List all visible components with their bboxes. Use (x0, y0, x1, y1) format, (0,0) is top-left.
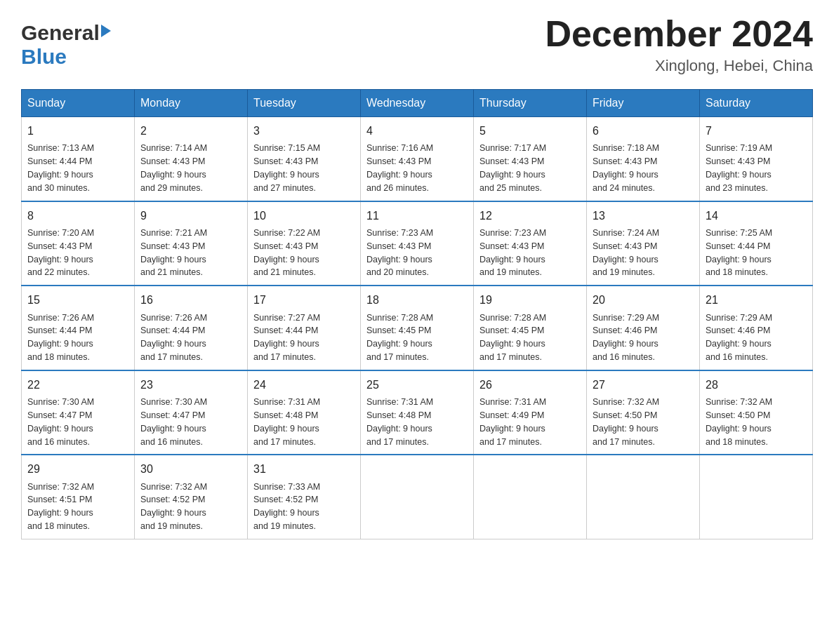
day-info: Sunrise: 7:21 AMSunset: 4:43 PMDaylight:… (140, 228, 207, 278)
calendar-week-row: 1 Sunrise: 7:13 AMSunset: 4:44 PMDayligh… (22, 117, 813, 201)
day-number: 28 (706, 377, 807, 393)
logo-general-text: General (21, 21, 100, 45)
calendar-day-cell: 26 Sunrise: 7:31 AMSunset: 4:49 PMDaylig… (474, 370, 587, 455)
day-info: Sunrise: 7:30 AMSunset: 4:47 PMDaylight:… (140, 397, 207, 447)
calendar-day-cell: 4 Sunrise: 7:16 AMSunset: 4:43 PMDayligh… (361, 117, 474, 201)
day-number: 6 (593, 123, 694, 139)
calendar-day-cell: 7 Sunrise: 7:19 AMSunset: 4:43 PMDayligh… (700, 117, 813, 201)
calendar-day-cell: 13 Sunrise: 7:24 AMSunset: 4:43 PMDaylig… (587, 201, 700, 286)
day-info: Sunrise: 7:30 AMSunset: 4:47 PMDaylight:… (27, 397, 94, 447)
day-info: Sunrise: 7:24 AMSunset: 4:43 PMDaylight:… (593, 228, 659, 278)
calendar-day-cell: 2 Sunrise: 7:14 AMSunset: 4:43 PMDayligh… (135, 117, 248, 201)
day-info: Sunrise: 7:31 AMSunset: 4:48 PMDaylight:… (253, 397, 320, 447)
day-info: Sunrise: 7:20 AMSunset: 4:43 PMDaylight:… (27, 228, 94, 278)
day-info: Sunrise: 7:14 AMSunset: 4:43 PMDaylight:… (140, 143, 207, 193)
calendar-day-cell: 8 Sunrise: 7:20 AMSunset: 4:43 PMDayligh… (22, 201, 135, 286)
day-info: Sunrise: 7:18 AMSunset: 4:43 PMDaylight:… (593, 143, 659, 193)
calendar-day-cell: 6 Sunrise: 7:18 AMSunset: 4:43 PMDayligh… (587, 117, 700, 201)
day-number: 18 (366, 292, 468, 308)
calendar-day-cell: 23 Sunrise: 7:30 AMSunset: 4:47 PMDaylig… (135, 370, 248, 455)
day-number: 15 (27, 292, 128, 308)
day-number: 1 (27, 123, 128, 139)
location-title: Xinglong, Hebei, China (545, 57, 813, 75)
calendar-day-cell: 9 Sunrise: 7:21 AMSunset: 4:43 PMDayligh… (135, 201, 248, 286)
page-header: General Blue December 2024 Xinglong, Heb… (21, 14, 813, 75)
calendar-day-cell (474, 455, 587, 539)
day-number: 8 (27, 208, 128, 224)
day-number: 30 (140, 461, 241, 477)
weekday-header-friday: Friday (587, 90, 700, 117)
day-number: 24 (253, 377, 355, 393)
calendar-day-cell: 18 Sunrise: 7:28 AMSunset: 4:45 PMDaylig… (361, 286, 474, 370)
day-number: 4 (366, 123, 468, 139)
day-info: Sunrise: 7:23 AMSunset: 4:43 PMDaylight:… (479, 228, 546, 278)
calendar-day-cell: 20 Sunrise: 7:29 AMSunset: 4:46 PMDaylig… (587, 286, 700, 370)
weekday-header-row: SundayMondayTuesdayWednesdayThursdayFrid… (22, 90, 813, 117)
calendar-day-cell (587, 455, 700, 539)
calendar-day-cell: 22 Sunrise: 7:30 AMSunset: 4:47 PMDaylig… (22, 370, 135, 455)
day-info: Sunrise: 7:32 AMSunset: 4:52 PMDaylight:… (140, 482, 207, 532)
day-number: 22 (27, 377, 128, 393)
day-number: 11 (366, 208, 468, 224)
calendar-day-cell: 24 Sunrise: 7:31 AMSunset: 4:48 PMDaylig… (248, 370, 361, 455)
day-info: Sunrise: 7:13 AMSunset: 4:44 PMDaylight:… (27, 143, 94, 193)
calendar-day-cell: 19 Sunrise: 7:28 AMSunset: 4:45 PMDaylig… (474, 286, 587, 370)
day-number: 20 (593, 292, 694, 308)
day-info: Sunrise: 7:27 AMSunset: 4:44 PMDaylight:… (253, 313, 320, 363)
day-info: Sunrise: 7:32 AMSunset: 4:50 PMDaylight:… (593, 397, 659, 447)
calendar-day-cell: 28 Sunrise: 7:32 AMSunset: 4:50 PMDaylig… (700, 370, 813, 455)
calendar-day-cell: 14 Sunrise: 7:25 AMSunset: 4:44 PMDaylig… (700, 201, 813, 286)
day-info: Sunrise: 7:29 AMSunset: 4:46 PMDaylight:… (593, 313, 659, 363)
day-number: 5 (479, 123, 581, 139)
weekday-header-monday: Monday (135, 90, 248, 117)
day-info: Sunrise: 7:23 AMSunset: 4:43 PMDaylight:… (366, 228, 433, 278)
day-number: 3 (253, 123, 355, 139)
day-info: Sunrise: 7:22 AMSunset: 4:43 PMDaylight:… (253, 228, 320, 278)
weekday-header-thursday: Thursday (474, 90, 587, 117)
weekday-header-tuesday: Tuesday (248, 90, 361, 117)
calendar-day-cell: 15 Sunrise: 7:26 AMSunset: 4:44 PMDaylig… (22, 286, 135, 370)
title-area: December 2024 Xinglong, Hebei, China (545, 14, 813, 75)
calendar-day-cell: 21 Sunrise: 7:29 AMSunset: 4:46 PMDaylig… (700, 286, 813, 370)
day-info: Sunrise: 7:19 AMSunset: 4:43 PMDaylight:… (706, 143, 772, 193)
day-number: 19 (479, 292, 581, 308)
month-title: December 2024 (545, 14, 813, 54)
day-info: Sunrise: 7:15 AMSunset: 4:43 PMDaylight:… (253, 143, 320, 193)
day-number: 26 (479, 377, 581, 393)
calendar-day-cell: 16 Sunrise: 7:26 AMSunset: 4:44 PMDaylig… (135, 286, 248, 370)
calendar-week-row: 22 Sunrise: 7:30 AMSunset: 4:47 PMDaylig… (22, 370, 813, 455)
day-info: Sunrise: 7:17 AMSunset: 4:43 PMDaylight:… (479, 143, 546, 193)
day-info: Sunrise: 7:33 AMSunset: 4:52 PMDaylight:… (253, 482, 320, 532)
calendar-day-cell: 17 Sunrise: 7:27 AMSunset: 4:44 PMDaylig… (248, 286, 361, 370)
calendar-day-cell: 25 Sunrise: 7:31 AMSunset: 4:48 PMDaylig… (361, 370, 474, 455)
calendar-day-cell: 5 Sunrise: 7:17 AMSunset: 4:43 PMDayligh… (474, 117, 587, 201)
day-number: 13 (593, 208, 694, 224)
calendar-week-row: 29 Sunrise: 7:32 AMSunset: 4:51 PMDaylig… (22, 455, 813, 539)
day-number: 23 (140, 377, 241, 393)
day-number: 31 (253, 461, 355, 477)
calendar-table: SundayMondayTuesdayWednesdayThursdayFrid… (21, 89, 813, 539)
day-number: 14 (706, 208, 807, 224)
day-number: 12 (479, 208, 581, 224)
weekday-header-wednesday: Wednesday (361, 90, 474, 117)
calendar-week-row: 8 Sunrise: 7:20 AMSunset: 4:43 PMDayligh… (22, 201, 813, 286)
day-info: Sunrise: 7:32 AMSunset: 4:50 PMDaylight:… (706, 397, 772, 447)
calendar-day-cell: 30 Sunrise: 7:32 AMSunset: 4:52 PMDaylig… (135, 455, 248, 539)
day-number: 9 (140, 208, 241, 224)
calendar-day-cell: 10 Sunrise: 7:22 AMSunset: 4:43 PMDaylig… (248, 201, 361, 286)
calendar-day-cell: 29 Sunrise: 7:32 AMSunset: 4:51 PMDaylig… (22, 455, 135, 539)
day-info: Sunrise: 7:25 AMSunset: 4:44 PMDaylight:… (706, 228, 772, 278)
calendar-day-cell: 12 Sunrise: 7:23 AMSunset: 4:43 PMDaylig… (474, 201, 587, 286)
calendar-day-cell: 31 Sunrise: 7:33 AMSunset: 4:52 PMDaylig… (248, 455, 361, 539)
day-info: Sunrise: 7:32 AMSunset: 4:51 PMDaylight:… (27, 482, 94, 532)
calendar-day-cell: 1 Sunrise: 7:13 AMSunset: 4:44 PMDayligh… (22, 117, 135, 201)
day-info: Sunrise: 7:31 AMSunset: 4:48 PMDaylight:… (366, 397, 433, 447)
calendar-day-cell (361, 455, 474, 539)
day-info: Sunrise: 7:16 AMSunset: 4:43 PMDaylight:… (366, 143, 433, 193)
weekday-header-sunday: Sunday (22, 90, 135, 117)
day-info: Sunrise: 7:26 AMSunset: 4:44 PMDaylight:… (27, 313, 94, 363)
day-number: 7 (706, 123, 807, 139)
day-info: Sunrise: 7:28 AMSunset: 4:45 PMDaylight:… (479, 313, 546, 363)
calendar-day-cell: 3 Sunrise: 7:15 AMSunset: 4:43 PMDayligh… (248, 117, 361, 201)
day-number: 27 (593, 377, 694, 393)
